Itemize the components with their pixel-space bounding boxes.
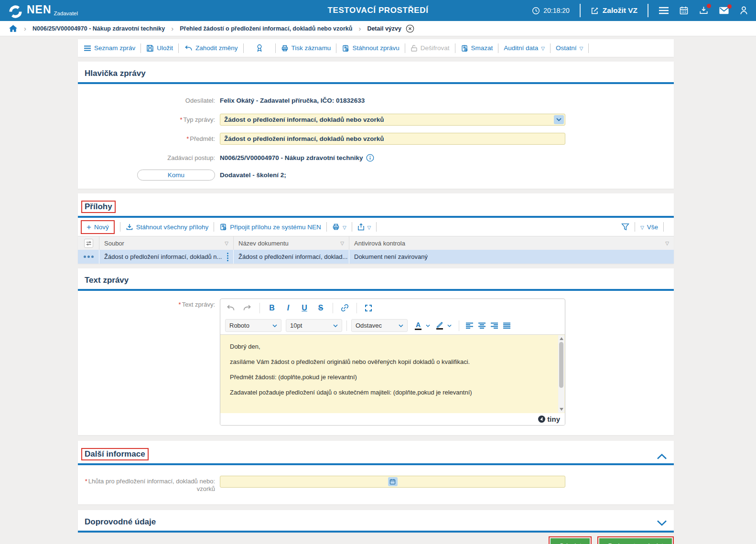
editor-scrollbar[interactable] bbox=[558, 335, 564, 413]
print-attachments-button[interactable]: ▽ bbox=[332, 223, 346, 231]
strikethrough-icon[interactable]: S bbox=[316, 304, 325, 312]
cell-antivir: Dokument není zavirovaný bbox=[354, 253, 428, 260]
delete-button[interactable]: Smazat bbox=[461, 44, 493, 52]
section-message-header: Hlavička zprávy Odesílatel: Felix Okátý … bbox=[78, 62, 674, 189]
chevron-down-icon: ▽ bbox=[541, 46, 545, 51]
redo-icon[interactable] bbox=[243, 304, 252, 311]
mail-icon[interactable] bbox=[719, 6, 729, 15]
new-attachment-button[interactable]: + Nový bbox=[81, 220, 115, 234]
column-filter-icon[interactable]: ▽ bbox=[340, 241, 344, 246]
recipients-value: Dodavatel - školení 2; bbox=[220, 169, 286, 181]
scrollbar-thumb[interactable] bbox=[559, 342, 563, 388]
info-icon[interactable] bbox=[366, 154, 374, 162]
underline-icon[interactable]: U bbox=[300, 304, 309, 312]
tiny-brand[interactable]: tiny bbox=[547, 415, 560, 423]
scroll-up-icon[interactable] bbox=[560, 337, 563, 340]
undo-icon[interactable] bbox=[226, 304, 235, 311]
home-icon[interactable] bbox=[9, 24, 18, 32]
audit-data-menu[interactable]: Auditní data ▽ bbox=[504, 44, 545, 52]
fullscreen-icon[interactable] bbox=[365, 304, 372, 312]
send-button[interactable]: Odeslat bbox=[551, 538, 590, 544]
text-color-button[interactable]: A bbox=[415, 321, 421, 330]
italic-icon[interactable]: I bbox=[284, 304, 292, 312]
filter-icon[interactable] bbox=[621, 223, 629, 231]
collapse-section-icon[interactable] bbox=[657, 454, 667, 460]
clock-icon bbox=[532, 7, 540, 15]
calendar-picker-icon[interactable] bbox=[388, 477, 398, 486]
chevron-down-icon bbox=[399, 324, 403, 327]
chevron-down-icon bbox=[333, 324, 338, 327]
subject-input[interactable] bbox=[220, 133, 565, 145]
expand-section-icon[interactable] bbox=[657, 520, 667, 527]
filter-all-button[interactable]: ▽ Vše bbox=[640, 224, 658, 231]
breadcrumb-item-requests[interactable]: Přehled žádostí o předložení informací, … bbox=[180, 25, 352, 32]
highlight-color-button[interactable] bbox=[436, 321, 443, 330]
inbox-icon[interactable] bbox=[699, 6, 709, 15]
close-tab-icon[interactable] bbox=[406, 24, 414, 33]
save-button[interactable]: Uložit bbox=[146, 44, 173, 52]
message-list-button[interactable]: Seznam zpráv bbox=[84, 44, 135, 52]
column-settings-icon[interactable] bbox=[84, 239, 93, 248]
section-message-text: Text zprávy *Text zprávy: B I U S bbox=[78, 268, 674, 435]
align-justify-icon[interactable] bbox=[503, 322, 511, 329]
sender-value: Felix Okátý - Zadavatel příručka, IČO: 0… bbox=[220, 95, 365, 107]
row-actions-icon[interactable] bbox=[84, 256, 94, 258]
section-title: Doprovodné údaje bbox=[85, 517, 156, 527]
section-title: Text zprávy bbox=[85, 276, 129, 285]
column-soubor[interactable]: Soubor bbox=[104, 240, 124, 247]
link-icon[interactable] bbox=[341, 304, 349, 312]
user-icon[interactable] bbox=[739, 6, 748, 15]
block-format-select[interactable]: Odstavec bbox=[351, 319, 408, 332]
scroll-down-icon[interactable] bbox=[560, 408, 563, 411]
cell-nazev: Žádost o předložení informací, doklad... bbox=[238, 253, 347, 260]
other-menu[interactable]: Ostatní ▽ bbox=[556, 44, 583, 52]
breadcrumb-item-procedure[interactable]: N006/25/V00004970 - Nákup zdravotní tech… bbox=[32, 25, 165, 32]
sign-and-send-button[interactable]: Podepsat a odeslat bbox=[599, 538, 672, 544]
chevron-down-icon[interactable] bbox=[554, 115, 564, 124]
column-antivir[interactable]: Antivirová kontrola bbox=[354, 240, 405, 247]
align-right-icon[interactable] bbox=[490, 322, 498, 329]
message-type-label: *Typ zprávy: bbox=[78, 114, 220, 126]
column-filter-icon[interactable]: ▽ bbox=[665, 241, 669, 246]
chevron-down-icon[interactable] bbox=[447, 324, 452, 327]
message-paragraph: Zadavatel požaduje předložení údajů o sk… bbox=[230, 389, 555, 396]
section-more-info: Další informace *Lhůta pro předložení in… bbox=[78, 441, 674, 504]
font-size-select[interactable]: 10pt bbox=[286, 319, 342, 332]
nen-logo[interactable]: NEN Zadavatel bbox=[8, 1, 78, 20]
message-type-select[interactable] bbox=[220, 114, 565, 126]
font-family-select[interactable]: Roboto bbox=[225, 319, 281, 332]
menu-icon[interactable] bbox=[659, 7, 669, 14]
calendar-icon[interactable] bbox=[679, 6, 689, 15]
attachments-table-header: Soubor ▽ Název dokumentu ▽ Antivirová ko… bbox=[78, 236, 674, 250]
certificate-icon-button[interactable] bbox=[256, 44, 263, 52]
column-nazev[interactable]: Název dokumentu bbox=[238, 240, 289, 247]
message-paragraph: Předmět žádosti: (doplňte,pokud je relev… bbox=[230, 373, 555, 381]
breadcrumb-separator: › bbox=[358, 24, 361, 32]
chevron-down-icon: ▽ bbox=[640, 225, 644, 230]
column-filter-icon[interactable]: ▽ bbox=[225, 241, 228, 246]
print-record-button[interactable]: Tisk záznamu bbox=[281, 44, 331, 52]
brand-text: NEN bbox=[27, 3, 52, 16]
editor-footer: tiny bbox=[220, 413, 565, 425]
attachments-toolbar: + Nový Stáhnout všechny přílohy Připojit… bbox=[78, 218, 674, 236]
bold-icon[interactable]: B bbox=[268, 304, 276, 312]
attachment-row[interactable]: Žádost o předložení informací, dokladů n… bbox=[78, 250, 674, 264]
footer-actions: Odeslat Podepsat a odeslat bbox=[78, 536, 674, 544]
export-attachments-button[interactable]: ▽ bbox=[357, 223, 371, 231]
message-text-area[interactable]: Dobrý den, zasíláme Vám žádost o předlož… bbox=[220, 335, 565, 413]
create-vz-button[interactable]: Založit VZ bbox=[591, 6, 637, 15]
drag-handle-icon[interactable] bbox=[227, 253, 228, 261]
notification-badge bbox=[727, 4, 732, 9]
download-all-attachments-button[interactable]: Stáhnout všechny přílohy bbox=[126, 223, 209, 231]
chevron-down-icon[interactable] bbox=[426, 324, 430, 327]
session-time: 20:18:20 bbox=[532, 7, 570, 15]
attach-from-nen-button[interactable]: Připojit přílohu ze systému NEN bbox=[219, 223, 321, 231]
message-paragraph: Dobrý den, bbox=[230, 343, 555, 350]
discard-changes-button[interactable]: Zahodit změny bbox=[184, 44, 238, 52]
recipients-button[interactable]: Komu bbox=[137, 170, 215, 181]
align-center-icon[interactable] bbox=[478, 322, 486, 329]
section-attachments: Přílohy + Nový Stáhnout všechny přílohy … bbox=[78, 193, 674, 264]
align-left-icon[interactable] bbox=[465, 322, 474, 329]
download-message-button[interactable]: Stáhnout zprávu bbox=[342, 44, 399, 52]
record-toolbar: Seznam zpráv Uložit Zahodit změny bbox=[78, 39, 674, 57]
